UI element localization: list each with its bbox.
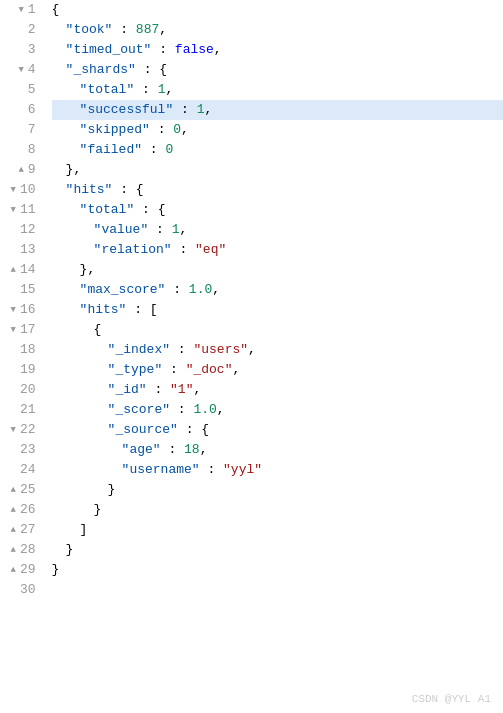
line-num-text: 19 — [20, 360, 36, 380]
token-brace: { — [52, 0, 60, 20]
code-line: "total" : 1, — [52, 80, 503, 100]
token-colon: : — [151, 40, 174, 60]
code-line: "max_score" : 1.0, — [52, 280, 503, 300]
fold-arrow[interactable]: ▲ — [8, 560, 16, 580]
token-punct: , — [159, 20, 167, 40]
code-area: ▼123▼45678▲9▼10▼111213▲1415▼16▼171819202… — [0, 0, 503, 713]
token-key: "successful" — [80, 100, 174, 120]
token-key: "hits" — [80, 300, 127, 320]
token-number: 1.0 — [189, 280, 212, 300]
fold-arrow[interactable]: ▲ — [16, 160, 24, 180]
token-brace: } — [52, 560, 60, 580]
line-num-text: 20 — [20, 380, 36, 400]
line-num-text: 9 — [28, 160, 36, 180]
code-line: { — [52, 0, 503, 20]
line-numbers: ▼123▼45678▲9▼10▼111213▲1415▼16▼171819202… — [0, 0, 48, 713]
fold-arrow[interactable]: ▼ — [8, 300, 16, 320]
fold-arrow[interactable]: ▼ — [8, 320, 16, 340]
fold-arrow[interactable]: ▼ — [16, 60, 24, 80]
fold-arrow[interactable]: ▲ — [8, 540, 16, 560]
code-line: }, — [52, 160, 503, 180]
token-colon: : — [134, 80, 157, 100]
token-bool: false — [175, 40, 214, 60]
line-num-text: 2 — [28, 20, 36, 40]
line-number: ▲9 — [8, 160, 40, 180]
token-string: "yyl" — [223, 460, 262, 480]
code-line: "_index" : "users", — [52, 340, 503, 360]
token-colon: : — [136, 60, 159, 80]
line-number: 5 — [8, 80, 40, 100]
token-brace: } — [94, 500, 102, 520]
code-line: } — [52, 500, 503, 520]
fold-arrow[interactable]: ▲ — [8, 260, 16, 280]
token-number: 0 — [173, 120, 181, 140]
token-brace: { — [136, 180, 144, 200]
token-number: 18 — [184, 440, 200, 460]
fold-arrow[interactable]: ▼ — [8, 180, 16, 200]
code-line: } — [52, 540, 503, 560]
code-line: "took" : 887, — [52, 20, 503, 40]
token-colon: : — [173, 100, 196, 120]
line-number: ▲29 — [8, 560, 40, 580]
line-num-text: 11 — [20, 200, 36, 220]
fold-arrow[interactable]: ▼ — [16, 0, 24, 20]
line-num-text: 29 — [20, 560, 36, 580]
token-colon: : — [170, 340, 193, 360]
token-colon: : — [170, 400, 193, 420]
line-num-text: 7 — [28, 120, 36, 140]
line-num-text: 22 — [20, 420, 36, 440]
token-punct: [ — [150, 300, 158, 320]
line-number: 30 — [8, 580, 40, 600]
token-colon: : — [165, 280, 188, 300]
line-num-text: 12 — [20, 220, 36, 240]
token-colon: : — [134, 200, 157, 220]
token-key: "total" — [80, 80, 135, 100]
line-num-text: 30 — [20, 580, 36, 600]
fold-arrow[interactable]: ▲ — [8, 480, 16, 500]
line-number: ▼10 — [8, 180, 40, 200]
token-colon: : — [161, 440, 184, 460]
token-key: "failed" — [80, 140, 142, 160]
token-colon: : — [200, 460, 223, 480]
token-key: "total" — [80, 200, 135, 220]
line-number: 15 — [8, 280, 40, 300]
fold-arrow[interactable]: ▼ — [8, 420, 16, 440]
line-num-text: 10 — [20, 180, 36, 200]
token-colon: : — [147, 380, 170, 400]
line-number: 8 — [8, 140, 40, 160]
fold-arrow[interactable]: ▼ — [8, 200, 16, 220]
line-number: 21 — [8, 400, 40, 420]
token-number: 1 — [172, 220, 180, 240]
line-number: ▲14 — [8, 260, 40, 280]
token-colon: : — [150, 120, 173, 140]
line-number: ▲28 — [8, 540, 40, 560]
code-line: "hits" : [ — [52, 300, 503, 320]
line-number: ▼1 — [8, 0, 40, 20]
token-punct: , — [181, 120, 189, 140]
code-line: } — [52, 480, 503, 500]
token-punct: , — [214, 40, 222, 60]
line-number: 6 — [8, 100, 40, 120]
token-punct: , — [248, 340, 256, 360]
code-line: "_shards" : { — [52, 60, 503, 80]
token-number: 887 — [136, 20, 159, 40]
token-string: "eq" — [195, 240, 226, 260]
fold-arrow[interactable]: ▲ — [8, 520, 16, 540]
token-number: 1 — [197, 100, 205, 120]
line-number: ▼22 — [8, 420, 40, 440]
token-key: "value" — [94, 220, 149, 240]
fold-arrow[interactable]: ▲ — [8, 500, 16, 520]
token-punct: , — [200, 440, 208, 460]
token-colon: : — [178, 420, 201, 440]
code-line: "_score" : 1.0, — [52, 400, 503, 420]
line-num-text: 23 — [20, 440, 36, 460]
line-number: ▲25 — [8, 480, 40, 500]
code-line: "total" : { — [52, 200, 503, 220]
token-brace: { — [159, 60, 167, 80]
token-key: "_id" — [108, 380, 147, 400]
token-colon: : — [162, 360, 185, 380]
token-key: "skipped" — [80, 120, 150, 140]
watermark: CSDN @YYL A1 — [412, 693, 491, 705]
token-brace: } — [66, 540, 74, 560]
line-num-text: 25 — [20, 480, 36, 500]
